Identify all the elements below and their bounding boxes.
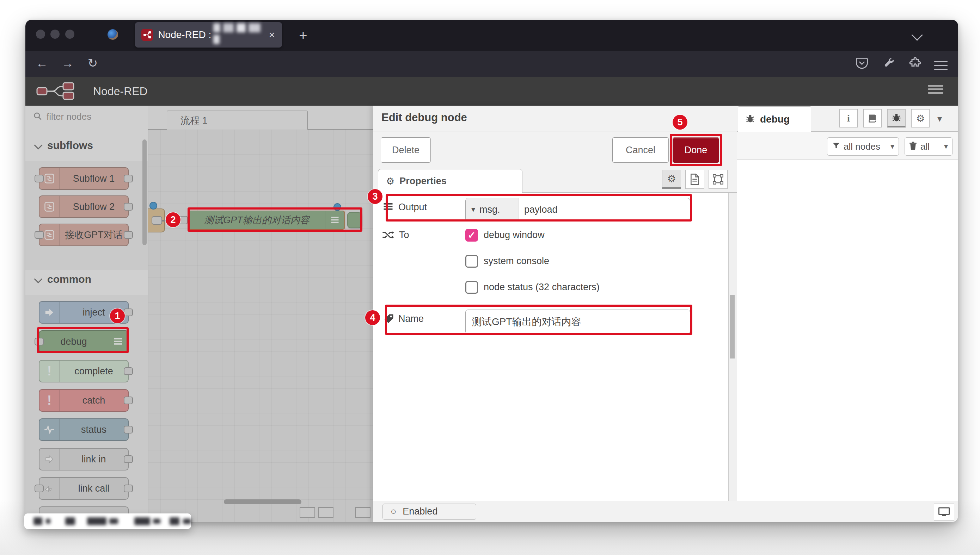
to-label: To	[399, 229, 409, 241]
clear-debug-label: all	[920, 141, 930, 152]
checkbox-system-console[interactable]	[465, 255, 478, 268]
edit-panel-title: Edit debug node	[381, 111, 467, 124]
edit-panel-footer: ○ Enabled	[373, 501, 737, 522]
annotation-rect-done	[670, 134, 722, 166]
right-sidebar: debug i ⚙ ▾ all nodes ▾ all ▾	[737, 106, 958, 522]
sidebar-tab-debug-label: debug	[760, 114, 790, 125]
sidebar-footer	[737, 501, 958, 522]
filter-nodes-button[interactable]: all nodes ▾	[827, 137, 899, 156]
enabled-circle-icon: ○	[391, 506, 396, 517]
shuffle-icon	[382, 229, 394, 242]
new-tab-button[interactable]: +	[295, 27, 311, 43]
gear-icon: ⚙	[386, 176, 394, 187]
pocket-icon[interactable]	[856, 57, 868, 72]
tab-properties-label: Properties	[399, 176, 447, 187]
browser-tab[interactable]: Node-RED : ×	[135, 22, 282, 48]
window-minimize-button[interactable]	[50, 30, 60, 39]
enabled-toggle-button[interactable]: ○ Enabled	[383, 504, 476, 520]
annotation-step-5: 5	[673, 115, 687, 130]
menu-hamburger-icon[interactable]	[934, 58, 948, 72]
info-tab-button[interactable]: i	[839, 109, 858, 127]
clear-debug-button[interactable]: all ▾	[904, 137, 953, 156]
tab-properties[interactable]: ⚙ Properties	[378, 169, 523, 193]
extensions-puzzle-icon[interactable]	[909, 57, 922, 71]
browser-nav-toolbar: ← → ↻ ☆	[26, 51, 958, 77]
caret-down-icon: ▾	[890, 142, 894, 151]
divider	[373, 131, 737, 132]
edit-properties-gear-button[interactable]: ⚙	[662, 170, 681, 189]
annotation-step-4: 4	[365, 310, 380, 325]
checkbox-debug-window-label: debug window	[484, 229, 545, 241]
tab-title: Node-RED :	[158, 29, 211, 40]
bug-icon	[745, 114, 755, 125]
redacted-bottom-strip	[24, 513, 191, 529]
node-red-header: Node-RED Deploy ▾	[26, 77, 958, 106]
window-zoom-button[interactable]	[65, 30, 74, 39]
help-book-tab-button[interactable]	[863, 109, 882, 127]
forward-icon[interactable]: →	[59, 54, 77, 72]
checkbox-debug-window[interactable]: ✓	[465, 229, 478, 242]
edit-scrollbar-thumb[interactable]	[730, 295, 735, 358]
wrench-icon[interactable]	[883, 57, 895, 71]
main-menu-hamburger-icon[interactable]	[928, 83, 943, 95]
tab-separator	[130, 26, 130, 44]
browser-titlebar: Node-RED : × +	[26, 20, 958, 51]
annotation-rect-name	[385, 305, 692, 335]
checkbox-node-status[interactable]	[465, 281, 478, 294]
annotation-rect-canvas-node	[188, 207, 362, 232]
annotation-step-3: 3	[368, 189, 383, 204]
appearance-button[interactable]	[708, 170, 727, 189]
firefox-icon[interactable]	[108, 29, 118, 40]
annotation-rect-output	[386, 194, 692, 221]
tab-title-redacted	[213, 23, 269, 47]
config-gear-tab-button[interactable]: ⚙	[911, 109, 930, 127]
browser-window: Node-RED : × + ← → ↻ ☆	[26, 20, 958, 522]
description-doc-button[interactable]	[685, 170, 704, 189]
delete-button[interactable]: Delete	[381, 137, 431, 163]
edit-form-bg	[373, 193, 728, 501]
annotation-step-2: 2	[166, 212, 180, 227]
debug-tab-button[interactable]	[887, 109, 906, 127]
annotation-step-1: 1	[110, 308, 125, 323]
annotation-rect-palette-debug	[37, 327, 129, 353]
sidebar-tab-debug[interactable]: debug	[738, 106, 811, 132]
tab-close-icon[interactable]: ×	[269, 29, 275, 41]
checkbox-node-status-label: node status (32 characters)	[484, 282, 600, 293]
node-red-title: Node-RED	[93, 85, 148, 98]
filter-nodes-label: all nodes	[843, 141, 880, 152]
open-debug-window-button[interactable]	[934, 504, 954, 520]
tab-list-chevron-icon[interactable]	[911, 29, 923, 41]
checkbox-system-console-label: system console	[484, 256, 549, 266]
caret-down-icon: ▾	[944, 142, 948, 151]
trash-icon	[909, 141, 917, 151]
node-red-favicon	[142, 29, 153, 41]
edit-shade-overlay	[26, 106, 373, 522]
reload-icon[interactable]: ↻	[84, 54, 101, 72]
funnel-icon	[832, 142, 840, 151]
back-icon[interactable]: ←	[33, 54, 51, 72]
sidebar-caret-icon[interactable]: ▾	[937, 113, 942, 124]
enabled-label: Enabled	[402, 506, 438, 517]
node-red-logo	[36, 81, 89, 103]
window-close-button[interactable]	[36, 30, 45, 39]
cancel-button[interactable]: Cancel	[612, 137, 669, 163]
debug-messages-area[interactable]	[737, 160, 958, 501]
